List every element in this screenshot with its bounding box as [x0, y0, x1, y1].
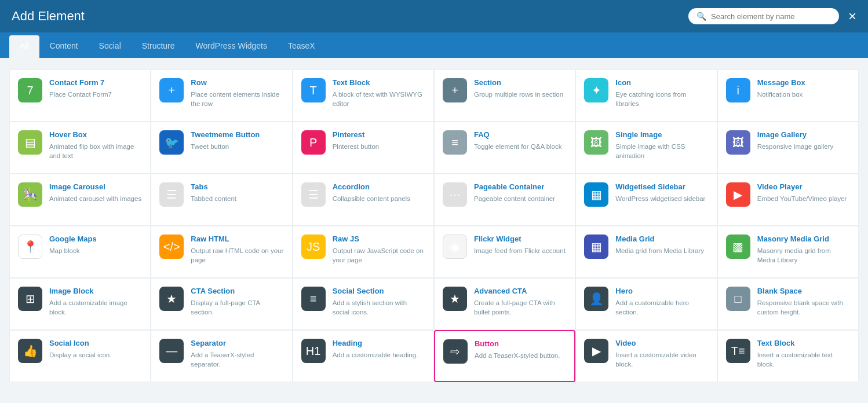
tab-structure[interactable]: Structure [132, 35, 185, 58]
element-item-advanced-cta[interactable]: ★Advanced CTACreate a full-page CTA with… [434, 278, 575, 330]
element-desc-message-box: Notification box [757, 90, 850, 99]
element-info-social-section: Social SectionAdd a stylish section with… [333, 287, 425, 317]
element-name-accordion: Accordion [333, 182, 425, 192]
element-icon-raw-html: </> [159, 235, 184, 259]
element-name-advanced-cta: Advanced CTA [474, 287, 567, 296]
modal-title: Add Element [12, 9, 85, 24]
element-item-faq[interactable]: ≡FAQToggle element for Q&A block [434, 122, 575, 174]
element-icon-section: + [443, 78, 467, 102]
element-name-flickr-widget: Flickr Widget [474, 235, 567, 244]
element-info-heading: HeadingAdd a customizable heading. [333, 339, 425, 360]
tab-teasex[interactable]: TeaseX [278, 35, 326, 58]
element-icon-video-player: ▶ [726, 182, 750, 207]
element-info-media-grid: Media GridMedia grid from Media Library [615, 235, 708, 255]
element-info-separator: SeparatorAdd a TeaserX-styled separator. [191, 339, 283, 369]
element-item-raw-js[interactable]: JSRaw JSOutput raw JavaScript code on yo… [293, 226, 434, 278]
element-info-cta-section: CTA SectionDisplay a full-page CTA secti… [191, 287, 283, 317]
header-right: 🔍 × [688, 8, 856, 24]
tab-social[interactable]: Social [89, 35, 132, 58]
element-item-image-carousel[interactable]: 🎠Image CarouselAnimated carousel with im… [9, 174, 151, 226]
element-name-image-carousel: Image Carousel [49, 182, 142, 192]
search-icon: 🔍 [696, 12, 706, 21]
tab-content[interactable]: Content [39, 35, 89, 58]
tab-all[interactable]: All [9, 35, 39, 58]
element-name-video-player: Video Player [757, 182, 850, 192]
element-info-text-block-2: Text BlockInsert a customizable text blo… [757, 339, 850, 369]
element-icon-hover-box: ▤ [18, 130, 42, 155]
element-name-row: Row [191, 78, 283, 88]
element-item-widgetised-sidebar[interactable]: ▦Widgetised SidebarWordPress widgetised … [575, 174, 717, 226]
element-item-heading[interactable]: H1HeadingAdd a customizable heading. [293, 330, 434, 382]
element-name-message-box: Message Box [757, 78, 850, 88]
element-name-raw-html: Raw HTML [191, 235, 283, 244]
element-item-row[interactable]: +RowPlace content elements inside the ro… [151, 69, 292, 122]
element-icon-single-image: 🖼 [584, 130, 608, 155]
element-item-message-box[interactable]: iMessage BoxNotification box [717, 69, 859, 122]
element-name-blank-space: Blank Space [757, 287, 850, 296]
element-name-widgetised-sidebar: Widgetised Sidebar [615, 182, 708, 192]
element-icon-blank-space: □ [726, 287, 750, 311]
element-item-image-block[interactable]: ⊞Image BlockAdd a customizable image blo… [9, 278, 151, 330]
element-item-google-maps[interactable]: 📍Google MapsMap block [9, 226, 151, 278]
close-button[interactable]: × [848, 9, 856, 23]
element-item-tweetmeme[interactable]: 🐦Tweetmeme ButtonTweet button [151, 122, 292, 174]
element-item-text-block-2[interactable]: T≡Text BlockInsert a customizable text b… [717, 330, 859, 382]
element-item-pageable-container[interactable]: ⋯Pageable ContainerPageable content cont… [434, 174, 575, 226]
element-item-single-image[interactable]: 🖼Single ImageSimple image with CSS anima… [575, 122, 717, 174]
element-item-flickr-widget[interactable]: ◉Flickr WidgetImage feed from Flickr acc… [434, 226, 575, 278]
element-info-flickr-widget: Flickr WidgetImage feed from Flickr acco… [474, 235, 567, 255]
element-icon-hero: 👤 [584, 287, 608, 311]
element-desc-widgetised-sidebar: WordPress widgetised sidebar [615, 194, 708, 203]
element-item-icon[interactable]: ✦IconEye catching icons from libraries [575, 69, 717, 122]
element-item-hero[interactable]: 👤HeroAdd a customizable hero section. [575, 278, 717, 330]
element-icon-heading: H1 [301, 339, 326, 363]
element-item-masonry-media-grid[interactable]: ▩Masonry Media GridMasonry media grid fr… [717, 226, 859, 278]
element-desc-faq: Toggle element for Q&A block [474, 142, 567, 151]
element-name-button: Button [475, 339, 566, 349]
element-item-pinterest[interactable]: PPinterestPinterest button [293, 122, 434, 174]
element-item-separator[interactable]: —SeparatorAdd a TeaserX-styled separator… [151, 330, 292, 382]
element-name-media-grid: Media Grid [615, 235, 708, 244]
element-item-accordion[interactable]: ☰AccordionCollapsible content panels [293, 174, 434, 226]
element-item-button[interactable]: ⇨ButtonAdd a TeaserX-styled button. [434, 330, 575, 382]
element-item-cta-section[interactable]: ★CTA SectionDisplay a full-page CTA sect… [151, 278, 292, 330]
element-info-hover-box: Hover BoxAnimated flip box with image an… [49, 130, 142, 160]
element-item-image-gallery[interactable]: 🖼Image GalleryResponsive image gallery [717, 122, 859, 174]
tab-wp-widgets[interactable]: WordPress Widgets [185, 35, 278, 58]
element-item-text-block[interactable]: TText BlockA block of text with WYSIWYG … [293, 69, 434, 122]
element-item-social-icon[interactable]: 👍Social IconDisplay a social icon. [9, 330, 151, 382]
element-item-tabs[interactable]: ☰TabsTabbed content [151, 174, 292, 226]
element-info-video-elem: VideoInsert a customizable video block. [615, 339, 708, 369]
element-desc-section: Group multiple rows in section [474, 90, 567, 99]
element-icon-masonry-media-grid: ▩ [726, 235, 750, 259]
element-desc-pinterest: Pinterest button [333, 142, 425, 151]
element-desc-single-image: Simple image with CSS animation [615, 142, 708, 160]
element-item-contact-form-7[interactable]: 7Contact Form 7Place Contact Form7 [9, 69, 151, 122]
element-icon-tabs: ☰ [159, 182, 184, 207]
element-item-media-grid[interactable]: ▦Media GridMedia grid from Media Library [575, 226, 717, 278]
element-item-social-section[interactable]: ≡Social SectionAdd a stylish section wit… [293, 278, 434, 330]
elements-content: 7Contact Form 7Place Contact Form7+RowPl… [0, 58, 868, 403]
element-info-masonry-media-grid: Masonry Media GridMasonry media grid fro… [757, 235, 850, 265]
element-desc-hero: Add a customizable hero section. [615, 298, 708, 317]
element-desc-separator: Add a TeaserX-styled separator. [191, 350, 283, 369]
element-icon-raw-js: JS [301, 235, 326, 259]
element-item-section[interactable]: +SectionGroup multiple rows in section [434, 69, 575, 122]
search-box[interactable]: 🔍 [688, 8, 839, 24]
element-name-image-gallery: Image Gallery [757, 130, 850, 140]
element-desc-video-player: Embed YouTube/Vimeo player [757, 194, 850, 203]
element-item-video-elem[interactable]: ▶VideoInsert a customizable video block. [575, 330, 717, 382]
element-item-hover-box[interactable]: ▤Hover BoxAnimated flip box with image a… [9, 122, 151, 174]
element-icon-row: + [159, 78, 184, 102]
element-info-tabs: TabsTabbed content [191, 182, 283, 203]
element-info-hero: HeroAdd a customizable hero section. [615, 287, 708, 317]
element-item-video-player[interactable]: ▶Video PlayerEmbed YouTube/Vimeo player [717, 174, 859, 226]
modal-header: Add Element 🔍 × [0, 0, 868, 32]
element-item-blank-space[interactable]: □Blank SpaceResponsive blank space with … [717, 278, 859, 330]
element-desc-tabs: Tabbed content [191, 194, 283, 203]
element-name-text-block: Text Block [333, 78, 425, 88]
element-desc-flickr-widget: Image feed from Flickr account [474, 246, 567, 255]
element-item-raw-html[interactable]: </>Raw HTMLOutput raw HTML code on your … [151, 226, 292, 278]
search-input[interactable] [711, 12, 831, 21]
element-icon-social-icon: 👍 [18, 339, 42, 363]
